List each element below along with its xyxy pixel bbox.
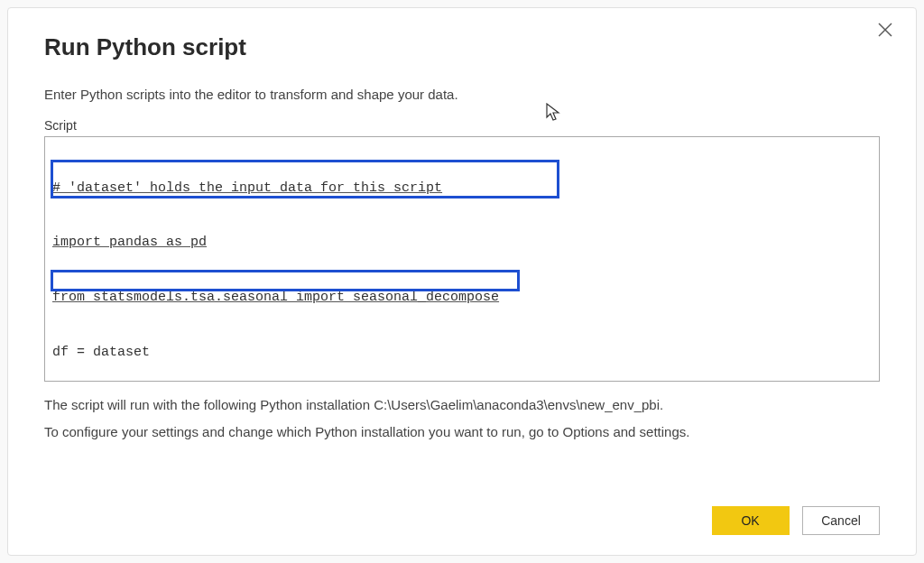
code-line: from statsmodels.tsa.seasonal import sea… — [52, 289, 872, 307]
script-field-label: Script — [44, 118, 880, 133]
python-script-dialog: Run Python script Enter Python scripts i… — [7, 7, 917, 556]
close-icon[interactable] — [878, 21, 900, 42]
code-line: df = dataset — [52, 344, 872, 362]
ok-button[interactable]: OK — [712, 506, 790, 535]
dialog-title: Run Python script — [44, 33, 880, 61]
code-line: import pandas as pd — [52, 234, 872, 252]
code-line: # 'dataset' holds the input data for thi… — [52, 180, 872, 198]
configure-settings-text: To configure your settings and change wh… — [44, 421, 880, 443]
dialog-subtitle: Enter Python scripts into the editor to … — [44, 87, 880, 102]
script-editor[interactable]: # 'dataset' holds the input data for thi… — [44, 136, 880, 382]
dialog-button-row: OK Cancel — [703, 506, 880, 535]
cancel-button[interactable]: Cancel — [802, 506, 880, 535]
python-install-path-text: The script will run with the following P… — [44, 394, 880, 416]
